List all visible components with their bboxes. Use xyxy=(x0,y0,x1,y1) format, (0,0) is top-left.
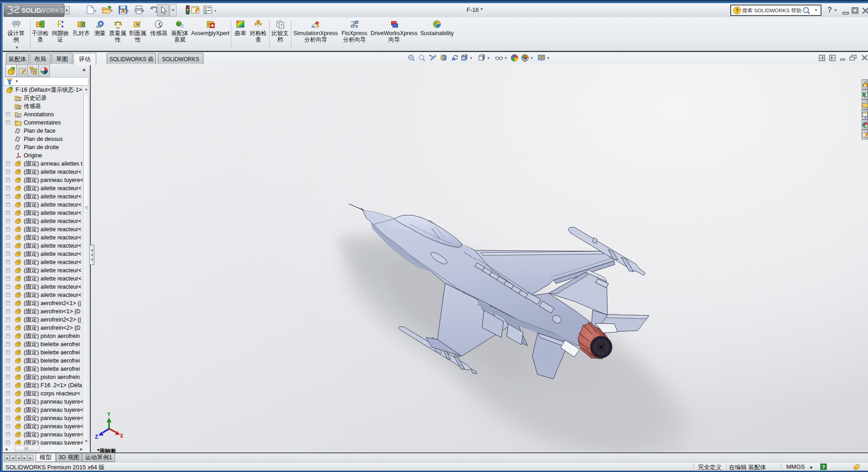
svg-text:!: ! xyxy=(257,21,258,24)
svg-text:?: ? xyxy=(280,23,282,27)
svg-text:SOLID: SOLID xyxy=(21,7,41,14)
svg-text:?: ? xyxy=(736,8,739,13)
svg-text:?: ? xyxy=(822,465,825,470)
svg-text:X: X xyxy=(120,433,124,440)
svg-text:Y: Y xyxy=(107,412,111,418)
svg-text:A: A xyxy=(17,114,20,118)
svg-text:Z: Z xyxy=(95,434,98,441)
svg-text:WORKS: WORKS xyxy=(40,7,64,14)
